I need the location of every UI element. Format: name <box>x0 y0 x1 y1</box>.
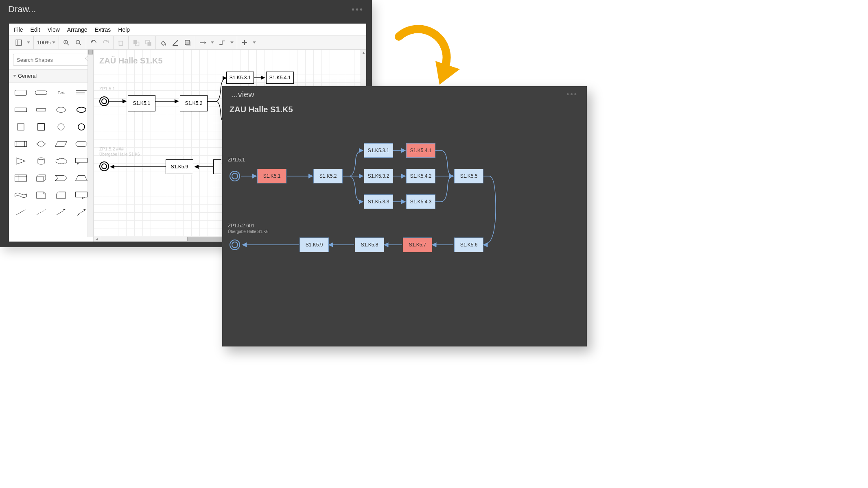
node-k51[interactable]: S1.K5.1 <box>257 169 286 183</box>
node-k57[interactable]: S1.K5.7 <box>403 237 432 252</box>
scroll-left-icon[interactable]: ◂ <box>94 236 100 242</box>
view-titlebar-more-icon[interactable]: ••• <box>566 90 578 99</box>
view-title: ...view <box>231 90 254 99</box>
node-k59[interactable]: S1.K5.9 <box>300 237 329 252</box>
fill-icon[interactable] <box>159 39 167 47</box>
redo-icon[interactable] <box>102 39 110 47</box>
svg-rect-9 <box>119 41 123 46</box>
shape-line[interactable] <box>12 206 29 218</box>
svg-rect-30 <box>15 108 26 112</box>
shape-table[interactable] <box>12 172 29 184</box>
shape-note[interactable] <box>33 189 50 201</box>
node-k56[interactable]: S1.K5.6 <box>454 237 483 252</box>
shadow-icon[interactable] <box>184 39 192 47</box>
shape-process[interactable] <box>12 138 29 150</box>
svg-marker-43 <box>76 142 87 147</box>
dropdown-icon[interactable] <box>253 41 256 44</box>
shape-square-bold[interactable] <box>33 121 50 133</box>
scroll-up-icon[interactable]: ▴ <box>361 50 366 55</box>
menu-help[interactable]: Help <box>118 26 130 33</box>
menu-arrange[interactable]: Arrange <box>67 26 87 33</box>
menu-file[interactable]: File <box>14 26 23 33</box>
shape-step[interactable] <box>53 172 70 184</box>
svg-marker-56 <box>82 197 85 199</box>
zoom-in-icon[interactable] <box>62 39 70 47</box>
node-k543[interactable]: S1.K5.4.3 <box>406 194 435 209</box>
svg-line-58 <box>36 210 45 215</box>
svg-marker-44 <box>16 158 25 164</box>
shape-line-dashed[interactable] <box>33 206 50 218</box>
svg-point-45 <box>38 158 44 160</box>
view-zp1: ZP1.5.1 <box>228 157 245 163</box>
connection-icon[interactable] <box>199 39 207 47</box>
node-k58[interactable]: S1.K5.8 <box>355 237 384 252</box>
draw-titlebar-more-icon[interactable]: ••• <box>352 5 364 14</box>
undo-icon[interactable] <box>90 39 98 47</box>
node-k531[interactable]: S1.K5.3.1 <box>364 143 393 158</box>
node-k541[interactable]: S1.K5.4.1 <box>406 143 435 158</box>
svg-point-33 <box>77 107 86 113</box>
svg-point-36 <box>58 124 64 130</box>
shapes-section-general[interactable]: General <box>9 69 93 83</box>
svg-line-59 <box>57 210 64 215</box>
search-input-wrap[interactable] <box>13 54 89 66</box>
shape-diamond[interactable] <box>33 138 50 150</box>
delete-icon[interactable] <box>117 39 125 47</box>
shape-parallelogram[interactable] <box>53 138 70 150</box>
shape-tape[interactable] <box>12 189 29 201</box>
view-mode-icon[interactable] <box>15 39 23 47</box>
svg-marker-52 <box>76 176 87 181</box>
shape-square[interactable] <box>12 121 29 133</box>
shape-rect[interactable] <box>12 104 29 116</box>
svg-marker-51 <box>55 176 67 181</box>
zoom-out-icon[interactable] <box>74 39 83 47</box>
shape-palette: Text <box>9 83 93 222</box>
svg-line-7 <box>80 44 81 45</box>
shape-text[interactable]: Text <box>53 87 70 99</box>
menu-edit[interactable]: Edit <box>31 26 40 33</box>
add-icon[interactable] <box>241 39 249 47</box>
svg-rect-18 <box>186 41 191 46</box>
dropdown-icon[interactable] <box>27 41 30 44</box>
shape-rect-small[interactable] <box>33 104 50 116</box>
svg-line-57 <box>16 210 25 215</box>
dropdown-icon <box>13 75 16 77</box>
to-back-icon[interactable] <box>144 39 152 47</box>
search-input[interactable] <box>17 57 85 63</box>
toolbar: 100% <box>9 36 366 50</box>
shape-ellipse[interactable] <box>53 104 70 116</box>
menu-view[interactable]: View <box>48 26 60 33</box>
view-start-node[interactable] <box>230 171 240 181</box>
node-k542[interactable]: S1.K5.4.2 <box>406 169 435 183</box>
shape-cube[interactable] <box>33 172 50 184</box>
shape-circle[interactable] <box>53 121 70 133</box>
shapes-sidebar: General Text <box>9 50 94 242</box>
svg-rect-16 <box>173 45 179 46</box>
shape-card[interactable] <box>53 189 70 201</box>
to-front-icon[interactable] <box>132 39 140 47</box>
dropdown-icon[interactable] <box>230 41 234 44</box>
shape-rect-round[interactable] <box>12 87 29 99</box>
shape-rect-round-thin[interactable] <box>33 87 50 99</box>
sidebar-scrollbar[interactable] <box>87 50 93 237</box>
zoom-value[interactable]: 100% <box>37 39 55 46</box>
shape-arrow[interactable] <box>53 206 70 218</box>
node-k533[interactable]: S1.K5.3.3 <box>364 194 393 209</box>
node-k532[interactable]: S1.K5.3.2 <box>364 169 393 183</box>
dropdown-icon[interactable] <box>211 41 214 44</box>
stroke-icon[interactable] <box>171 39 179 47</box>
shape-cloud[interactable] <box>53 155 70 167</box>
scrollbar-thumb[interactable] <box>88 50 93 54</box>
node-k52[interactable]: S1.K5.2 <box>313 169 343 183</box>
svg-rect-31 <box>36 109 45 111</box>
menubar: File Edit View Arrange Extras Help <box>9 24 366 36</box>
waypoint-icon[interactable] <box>218 39 226 47</box>
svg-marker-54 <box>57 192 66 198</box>
shape-cylinder[interactable] <box>33 155 50 167</box>
view-end-node[interactable] <box>230 240 240 250</box>
menu-extras[interactable]: Extras <box>95 26 111 33</box>
svg-marker-42 <box>55 142 67 147</box>
shape-triangle[interactable] <box>12 155 29 167</box>
draw-titlebar: Draw... ••• <box>0 0 372 19</box>
node-k55[interactable]: S1.K5.5 <box>454 169 483 183</box>
